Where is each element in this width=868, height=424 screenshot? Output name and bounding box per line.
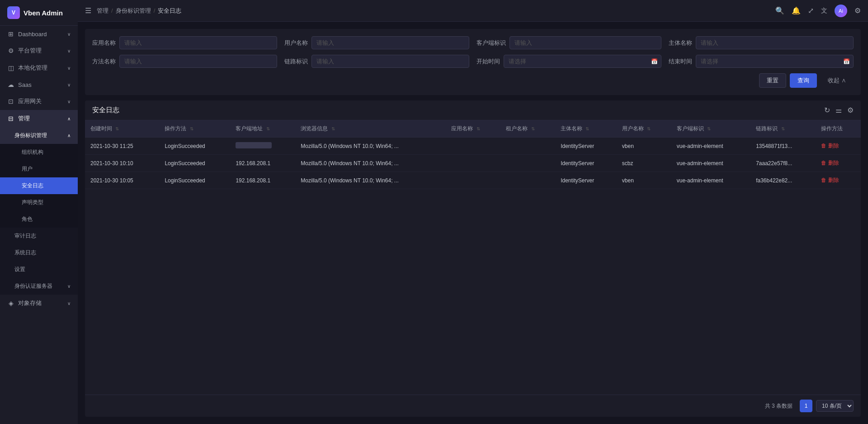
- user-name-input[interactable]: [311, 36, 469, 49]
- sidebar-item-platform[interactable]: ⚙ 平台管理 ∨: [0, 42, 78, 59]
- sidebar-item-security-log[interactable]: 安全日志: [0, 177, 78, 194]
- chevron-down-icon: ∨: [67, 32, 71, 37]
- table-section: 安全日志 ↻ ⚌ ⚙ 创建时间 ⇅ 操作方法 ⇅ 客户端地址 ⇅ 浏览器信息 ⇅: [85, 100, 861, 417]
- filter-panel: 应用名称 用户名称 客户端标识 主体名称 方法: [85, 29, 861, 95]
- client-id-cell: vue-admin-element: [671, 172, 750, 189]
- filter-correlation: 链路标识: [284, 55, 469, 68]
- sidebar-item-claim-type[interactable]: 声明类型: [0, 194, 78, 211]
- filter-actions: 重置 查询 收起 ∧: [92, 73, 854, 88]
- breadcrumb-current: 安全日志: [158, 7, 181, 15]
- col-actions: 操作方法: [816, 120, 861, 138]
- delete-button[interactable]: 🗑 删除: [821, 176, 839, 184]
- chevron-up-icon: ∧: [67, 133, 71, 138]
- col-browser-info[interactable]: 浏览器信息 ⇅: [295, 120, 446, 138]
- sidebar-item-dashboard[interactable]: ⊞ Dashboard ∨: [0, 26, 78, 42]
- col-username[interactable]: 用户名称 ⇅: [617, 120, 671, 138]
- start-time-input[interactable]: [504, 55, 661, 68]
- action-cell: 🗑 删除: [816, 138, 861, 155]
- filter-client-id: 客户端标识: [476, 36, 661, 49]
- page-btn-1[interactable]: 1: [800, 400, 812, 412]
- delete-button[interactable]: 🗑 删除: [821, 159, 839, 167]
- sidebar-item-org[interactable]: 组织机构: [0, 144, 78, 161]
- app-name-cell: [446, 155, 500, 172]
- breadcrumb-identity[interactable]: 身份标识管理: [116, 7, 151, 15]
- client-ip-cell: 192.168.208.1: [230, 172, 295, 189]
- bell-icon[interactable]: 🔔: [792, 6, 801, 15]
- sidebar-item-saas[interactable]: ☁ Saas ∨: [0, 76, 78, 93]
- gear-settings-icon[interactable]: ⚙: [847, 106, 854, 114]
- col-subject[interactable]: 主体名称 ⇅: [555, 120, 617, 138]
- localization-icon: ◫: [7, 64, 14, 71]
- sidebar-item-auth-server[interactable]: 身份认证服务器 ∨: [0, 278, 78, 295]
- col-tenant-name[interactable]: 租户名称 ⇅: [500, 120, 555, 138]
- sidebar-item-api-gateway[interactable]: ⊡ 应用网关 ∨: [0, 93, 78, 110]
- table-row: 2021-10-30 10:10 LoginSucceeded 192.168.…: [85, 155, 861, 172]
- col-created-time[interactable]: 创建时间 ⇅: [85, 120, 159, 138]
- sidebar-item-system-log[interactable]: 系统日志: [0, 244, 78, 261]
- start-time-label: 开始时间: [476, 57, 500, 66]
- subject-input[interactable]: [696, 36, 854, 49]
- table-toolbar: ↻ ⚌ ⚙: [824, 106, 854, 114]
- sidebar-item-localization[interactable]: ◫ 本地化管理 ∨: [0, 59, 78, 76]
- sidebar-item-user[interactable]: 用户: [0, 161, 78, 177]
- management-icon: ⊟: [7, 115, 14, 122]
- filter-row-2: 方法名称 链路标识 开始时间 📅 结束时间: [92, 55, 854, 68]
- client-id-input[interactable]: [509, 36, 661, 49]
- action-cell: 🗑 删除: [816, 172, 861, 189]
- filter-row-1: 应用名称 用户名称 客户端标识 主体名称: [92, 36, 854, 49]
- sidebar-item-storage[interactable]: ◈ 对象存储 ∨: [0, 295, 78, 312]
- client-ip-cell: 192.168.208.1: [230, 155, 295, 172]
- query-button[interactable]: 查询: [790, 73, 817, 88]
- col-correlation-id[interactable]: 链路标识 ⇅: [750, 120, 816, 138]
- method-input[interactable]: [119, 55, 277, 68]
- action-cell: 🗑 删除: [816, 155, 861, 172]
- sidebar-item-settings[interactable]: 设置: [0, 261, 78, 278]
- delete-button[interactable]: 🗑 删除: [821, 142, 839, 150]
- subject-cell: IdentityServer: [555, 155, 617, 172]
- end-time-input[interactable]: [696, 55, 854, 68]
- identity-submenu: 组织机构 用户 安全日志 声明类型 角色: [0, 144, 78, 228]
- app-name-input[interactable]: [119, 36, 277, 49]
- refresh-icon[interactable]: ↻: [824, 106, 830, 114]
- pagination-total: 共 3 条数据: [765, 402, 793, 410]
- sidebar: V Vben Admin ⊞ Dashboard ∨ ⚙ 平台管理 ∨ ◫ 本地…: [0, 0, 78, 424]
- action-method-cell: LoginSucceeded: [159, 138, 230, 155]
- col-client-id[interactable]: 客户端标识 ⇅: [671, 120, 750, 138]
- user-name-label: 用户名称: [284, 39, 308, 47]
- table-row: 2021-10-30 10:05 LoginSucceeded 192.168.…: [85, 172, 861, 189]
- search-icon[interactable]: 🔍: [775, 6, 784, 15]
- avatar[interactable]: Ai: [835, 5, 847, 17]
- col-app-name[interactable]: 应用名称 ⇅: [446, 120, 500, 138]
- col-client-ip[interactable]: 客户端地址 ⇅: [230, 120, 295, 138]
- filter-subject: 主体名称: [669, 36, 854, 49]
- browser-info-cell: Mozilla/5.0 (Windows NT 10.0; Win64; ...: [295, 155, 446, 172]
- browser-info-cell: Mozilla/5.0 (Windows NT 10.0; Win64; ...: [295, 138, 446, 155]
- settings-icon[interactable]: ⚙: [854, 6, 861, 15]
- chevron-down-icon: ∨: [67, 301, 71, 306]
- sidebar-item-management[interactable]: ⊟ 管理 ∧: [0, 110, 78, 127]
- sidebar-item-audit-log[interactable]: 审计日志: [0, 228, 78, 244]
- sidebar-item-identity[interactable]: 身份标识管理 ∧: [0, 127, 78, 144]
- chevron-down-icon: ∨: [67, 99, 71, 104]
- column-settings-icon[interactable]: ⚌: [835, 106, 842, 114]
- filter-method: 方法名称: [92, 55, 277, 68]
- sidebar-logo[interactable]: V Vben Admin: [0, 0, 78, 26]
- created-time-cell: 2021-10-30 11:25: [85, 138, 159, 155]
- header-right: 🔍 🔔 ⤢ 文 Ai ⚙: [775, 5, 861, 17]
- table-body: 2021-10-30 11:25 LoginSucceeded Mozilla/…: [85, 138, 861, 189]
- breadcrumb-management[interactable]: 管理: [97, 7, 108, 15]
- username-cell: vben: [617, 172, 671, 189]
- correlation-label: 链路标识: [284, 57, 308, 66]
- subject-label: 主体名称: [669, 39, 692, 47]
- page-size-select[interactable]: 10 条/页 20 条/页 50 条/页: [816, 400, 854, 412]
- reset-button[interactable]: 重置: [759, 73, 786, 88]
- expand-icon[interactable]: ⤢: [808, 6, 814, 15]
- sidebar-item-role[interactable]: 角色: [0, 211, 78, 228]
- translate-icon[interactable]: 文: [821, 7, 827, 15]
- collapse-button[interactable]: 收起 ∧: [821, 74, 854, 87]
- correlation-input[interactable]: [311, 55, 469, 68]
- method-label: 方法名称: [92, 57, 116, 66]
- api-gateway-icon: ⊡: [7, 98, 14, 105]
- col-action-method[interactable]: 操作方法 ⇅: [159, 120, 230, 138]
- menu-toggle-icon[interactable]: ☰: [85, 6, 91, 15]
